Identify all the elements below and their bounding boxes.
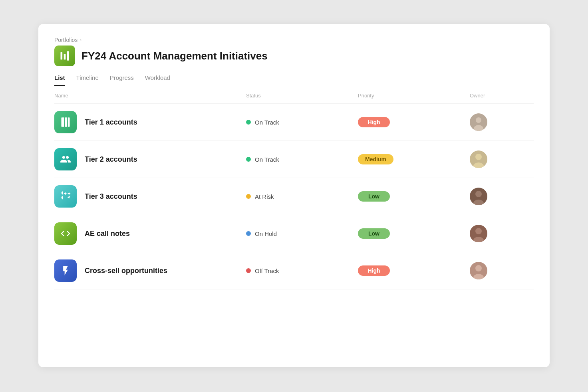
svg-point-7 bbox=[475, 154, 482, 160]
main-card: Portfolios › FY24 Account Management Ini… bbox=[38, 24, 550, 367]
svg-rect-0 bbox=[61, 52, 63, 60]
avatar bbox=[470, 150, 487, 168]
status-dot bbox=[246, 268, 251, 273]
tab-bar: List Timeline Progress Workload bbox=[54, 74, 534, 86]
priority-cell: Low bbox=[358, 191, 470, 202]
table-header: Name Status Priority Owner bbox=[54, 86, 534, 104]
row-label: Tier 2 accounts bbox=[85, 155, 137, 164]
status-label: Off Track bbox=[255, 267, 279, 274]
avatar bbox=[470, 262, 487, 279]
status-dot bbox=[246, 120, 251, 125]
svg-point-4 bbox=[476, 117, 481, 123]
col-header-owner: Owner bbox=[470, 93, 534, 99]
row-label: AE call notes bbox=[85, 230, 130, 238]
breadcrumb: Portfolios › bbox=[54, 37, 534, 43]
svg-rect-1 bbox=[64, 54, 66, 59]
status-cell: Off Track bbox=[246, 267, 358, 274]
tab-progress[interactable]: Progress bbox=[110, 74, 134, 86]
priority-cell: High bbox=[358, 265, 470, 276]
status-cell: At Risk bbox=[246, 193, 358, 200]
status-label: On Track bbox=[255, 156, 279, 163]
row-icon bbox=[54, 148, 77, 170]
row-label: Tier 3 accounts bbox=[85, 192, 137, 201]
svg-point-16 bbox=[475, 265, 482, 271]
row-name-cell: Tier 2 accounts bbox=[54, 148, 246, 170]
breadcrumb-separator: › bbox=[80, 37, 81, 43]
row-icon bbox=[54, 111, 77, 133]
tab-workload[interactable]: Workload bbox=[145, 74, 170, 86]
owner-cell bbox=[470, 188, 534, 205]
row-name-cell: Tier 3 accounts bbox=[54, 185, 246, 208]
portfolio-icon bbox=[54, 46, 75, 66]
priority-cell: Medium bbox=[358, 154, 470, 164]
page-header: FY24 Account Management Initiatives bbox=[54, 46, 534, 66]
row-icon bbox=[54, 185, 77, 208]
tab-timeline[interactable]: Timeline bbox=[76, 74, 99, 86]
col-header-status: Status bbox=[246, 93, 358, 99]
status-label: On Track bbox=[255, 119, 279, 126]
page-title: FY24 Account Management Initiatives bbox=[81, 50, 268, 62]
priority-cell: High bbox=[358, 117, 470, 127]
row-label: Tier 1 accounts bbox=[85, 118, 137, 127]
priority-badge: Low bbox=[358, 191, 390, 202]
avatar bbox=[470, 113, 487, 131]
breadcrumb-parent[interactable]: Portfolios bbox=[54, 37, 77, 43]
row-icon bbox=[54, 259, 77, 282]
owner-cell bbox=[470, 150, 534, 168]
owner-cell bbox=[470, 113, 534, 131]
svg-point-13 bbox=[475, 228, 482, 234]
svg-point-10 bbox=[475, 191, 482, 197]
priority-badge: Low bbox=[358, 228, 390, 239]
row-label: Cross-sell opportunities bbox=[85, 267, 167, 275]
row-name-cell: Tier 1 accounts bbox=[54, 111, 246, 133]
owner-cell bbox=[470, 225, 534, 242]
table-row[interactable]: Tier 3 accounts At Risk Low bbox=[54, 178, 534, 215]
status-label: On Hold bbox=[255, 230, 277, 237]
table-row[interactable]: Tier 2 accounts On Track Medium bbox=[54, 141, 534, 178]
avatar bbox=[470, 188, 487, 205]
status-dot bbox=[246, 157, 251, 162]
status-cell: On Track bbox=[246, 156, 358, 163]
row-name-cell: AE call notes bbox=[54, 222, 246, 245]
tab-list[interactable]: List bbox=[54, 74, 65, 86]
priority-badge: Medium bbox=[358, 154, 393, 164]
row-name-cell: Cross-sell opportunities bbox=[54, 259, 246, 282]
status-cell: On Hold bbox=[246, 230, 358, 237]
status-dot bbox=[246, 231, 251, 236]
table-row[interactable]: Cross-sell opportunities Off Track High bbox=[54, 252, 534, 289]
priority-badge: High bbox=[358, 117, 390, 127]
avatar bbox=[470, 225, 487, 242]
priority-cell: Low bbox=[358, 228, 470, 239]
col-header-priority: Priority bbox=[358, 93, 470, 99]
table-row[interactable]: Tier 1 accounts On Track High bbox=[54, 104, 534, 141]
status-label: At Risk bbox=[255, 193, 274, 200]
svg-rect-2 bbox=[67, 51, 69, 60]
row-icon bbox=[54, 222, 77, 245]
status-dot bbox=[246, 194, 251, 199]
col-header-name: Name bbox=[54, 93, 246, 99]
status-cell: On Track bbox=[246, 119, 358, 126]
priority-badge: High bbox=[358, 265, 390, 276]
table-row[interactable]: AE call notes On Hold Low bbox=[54, 215, 534, 252]
owner-cell bbox=[470, 262, 534, 279]
